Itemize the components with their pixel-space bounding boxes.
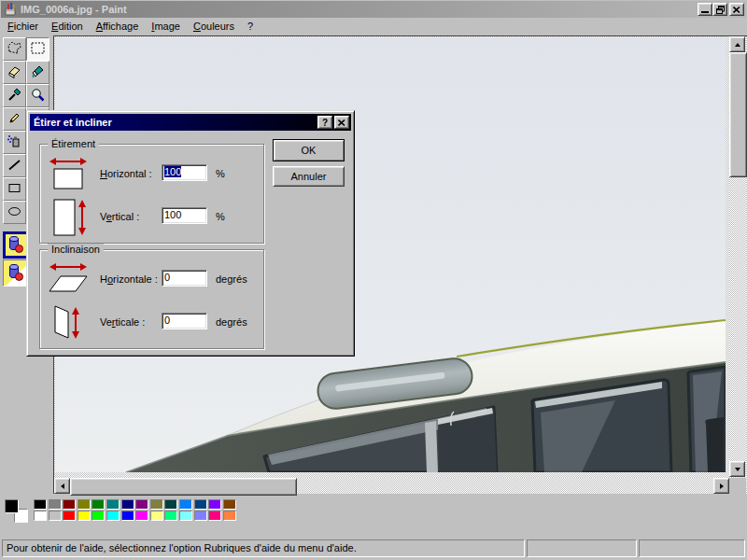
palette-color-5[interactable]	[106, 499, 120, 510]
arrow-up-icon	[735, 40, 740, 47]
palette-color-20[interactable]	[121, 511, 134, 521]
palette-color-16[interactable]	[63, 511, 76, 521]
skew-horizontal-label: Horizontale :	[100, 273, 158, 285]
menu-affichage[interactable]: Affichage	[90, 18, 146, 35]
line-icon	[7, 157, 22, 175]
close-button[interactable]	[729, 3, 744, 16]
restore-button[interactable]	[712, 3, 727, 16]
ellipse-icon	[7, 203, 22, 221]
color-palette-area	[0, 496, 747, 529]
rectangle-icon	[7, 180, 22, 198]
stretch-horizontal-input[interactable]: 100	[162, 164, 207, 181]
arrow-down-icon	[735, 468, 740, 474]
tool-color-picker[interactable]	[3, 84, 26, 107]
tool-select[interactable]	[26, 37, 49, 61]
tool-free-select[interactable]	[3, 37, 26, 61]
palette-color-4[interactable]	[92, 499, 105, 510]
status-position-panel	[527, 539, 637, 557]
arrow-right-icon	[720, 483, 726, 489]
palette-color-22[interactable]	[150, 511, 163, 521]
dialog-close-button[interactable]	[334, 116, 349, 129]
tool-magnifier[interactable]	[26, 84, 49, 107]
skew-horizontal-row: Horizontale :0degrés	[40, 259, 263, 301]
scroll-right-button[interactable]	[713, 478, 729, 494]
palette-color-14[interactable]	[34, 511, 47, 521]
paint-app-icon	[3, 2, 18, 17]
tool-eraser[interactable]	[3, 61, 26, 84]
palette-color-23[interactable]	[164, 511, 177, 521]
palette-color-21[interactable]	[135, 511, 148, 521]
palette-color-8[interactable]	[150, 499, 163, 510]
statusbar: Pour obtenir de l'aide, sélectionnez l'o…	[2, 539, 745, 557]
palette-color-10[interactable]	[179, 499, 192, 510]
horizontal-scroll-thumb[interactable]	[70, 478, 297, 496]
stretch-vertical-label: Vertical :	[100, 211, 139, 222]
palette-color-9[interactable]	[164, 499, 177, 510]
foreground-color	[5, 499, 19, 513]
palette-color-12[interactable]	[208, 499, 221, 510]
minimize-button[interactable]	[698, 3, 712, 16]
palette-color-27[interactable]	[223, 511, 236, 521]
tool-pencil[interactable]	[3, 107, 26, 131]
palette-color-26[interactable]	[208, 511, 221, 521]
scroll-left-button[interactable]	[54, 478, 70, 494]
vertical-scroll-thumb[interactable]	[729, 52, 747, 177]
palette-color-11[interactable]	[194, 499, 207, 510]
tool-line[interactable]	[3, 154, 26, 177]
ok-button[interactable]: OK	[273, 139, 345, 161]
free-select-icon	[7, 40, 22, 58]
menu-aide[interactable]: ?	[241, 18, 260, 35]
menu-image[interactable]: Image	[145, 18, 187, 35]
airbrush-icon	[7, 133, 22, 151]
stretch-horizontal-row: Horizontal :100%	[40, 154, 263, 195]
palette-color-25[interactable]	[194, 511, 207, 521]
stretch-vertical-input[interactable]: 100	[162, 207, 207, 224]
tool-fill[interactable]	[26, 61, 49, 84]
palette-color-1[interactable]	[49, 499, 62, 510]
skew-vertical-unit: degrés	[216, 316, 247, 328]
opaque-selection-icon	[7, 235, 24, 256]
skew-vertical-row: Verticale :0degrés	[40, 302, 263, 343]
skew-vertical-input[interactable]: 0	[162, 313, 207, 329]
menu-fichier[interactable]: Fichier	[1, 18, 45, 35]
menubar: FichierEditionAffichageImageCouleurs?	[1, 18, 746, 35]
palette-color-2[interactable]	[63, 499, 76, 510]
menu-couleurs[interactable]: Couleurs	[187, 18, 241, 35]
scroll-down-button[interactable]	[729, 461, 745, 477]
skew-vertical-icon	[48, 302, 91, 345]
status-size-panel	[639, 539, 745, 557]
palette-color-15[interactable]	[49, 511, 62, 521]
cancel-button[interactable]: Annuler	[273, 166, 345, 187]
magnifier-icon	[30, 87, 46, 105]
skew-horizontal-unit: degrés	[216, 273, 247, 285]
palette-color-7[interactable]	[135, 499, 148, 510]
menu-edition[interactable]: Edition	[45, 18, 90, 35]
palette-color-3[interactable]	[78, 499, 91, 510]
titlebar[interactable]: IMG_0006a.jpg - Paint	[1, 1, 746, 18]
paint-window: { "window": { "title": "IMG_0006a.jpg - …	[0, 0, 747, 560]
tool-rectangle[interactable]	[3, 177, 26, 201]
palette-color-18[interactable]	[92, 511, 105, 521]
skew-group-legend: Inclinaison	[48, 244, 104, 255]
selection-option-transparent[interactable]	[3, 259, 29, 287]
palette-color-19[interactable]	[106, 511, 120, 521]
tool-airbrush[interactable]	[3, 131, 26, 154]
help-icon: ?	[322, 118, 328, 128]
horizontal-scrollbar[interactable]	[54, 478, 729, 494]
skew-horizontal-icon	[48, 259, 91, 299]
dialog-help-button[interactable]: ?	[317, 116, 332, 129]
palette-color-24[interactable]	[179, 511, 192, 521]
scroll-up-button[interactable]	[729, 36, 745, 52]
skew-horizontal-input[interactable]: 0	[162, 270, 207, 287]
dialog-titlebar[interactable]: Étirer et incliner ?	[30, 114, 351, 131]
palette-color-0[interactable]	[34, 499, 47, 510]
selection-option-opaque[interactable]	[3, 231, 29, 259]
minimize-icon	[701, 11, 709, 13]
palette-color-17[interactable]	[78, 511, 91, 521]
palette-color-13[interactable]	[223, 499, 236, 510]
fill-icon	[30, 63, 46, 81]
vertical-scrollbar[interactable]	[729, 36, 746, 477]
tool-ellipse[interactable]	[3, 201, 26, 224]
pencil-icon	[7, 110, 22, 128]
palette-color-6[interactable]	[121, 499, 134, 510]
